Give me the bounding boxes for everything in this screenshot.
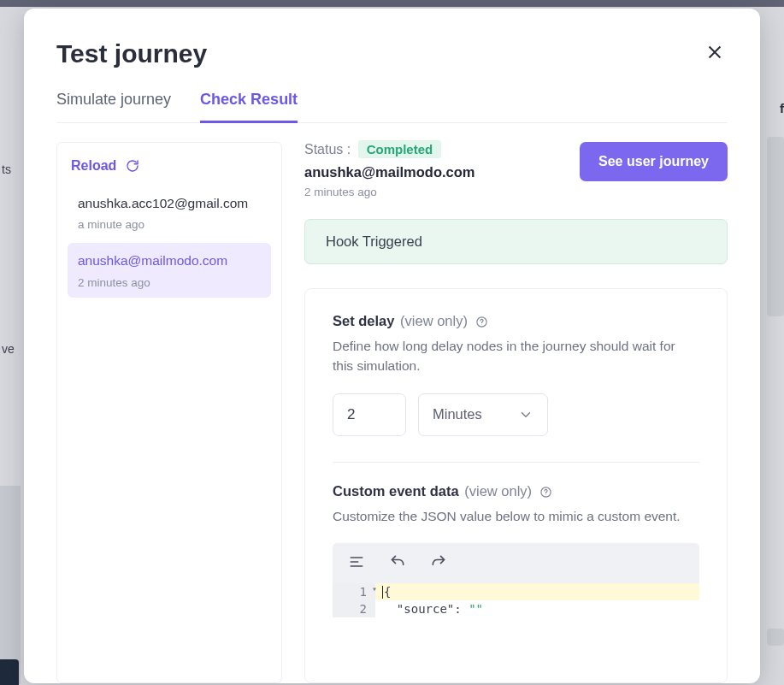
see-user-journey-button[interactable]: See user journey — [580, 142, 728, 181]
list-item-time: 2 minutes ago — [78, 276, 261, 289]
undo-button[interactable] — [386, 550, 410, 576]
editor-gutter: 1 2 — [333, 583, 375, 618]
svg-point-1 — [481, 324, 482, 325]
status-email: anushka@mailmodo.com — [304, 164, 475, 180]
tab-simulate-journey[interactable]: Simulate journey — [56, 91, 171, 122]
json-editor[interactable]: 1 2 { "source": "" — [333, 583, 699, 618]
bg-text-f: f — [780, 101, 784, 115]
list-item-time: a minute ago — [78, 218, 261, 231]
redo-button[interactable] — [427, 550, 451, 576]
custom-event-desc: Customize the JSON value below to mimic … — [333, 506, 699, 526]
bg-scrollbar-bottom — [767, 629, 784, 646]
custom-event-viewonly: (view only) — [464, 483, 532, 499]
set-delay-title: Set delay — [333, 313, 394, 328]
test-journey-modal: Test journey Simulate journey Check Resu… — [24, 9, 760, 683]
status-label: Status : — [304, 142, 351, 156]
delay-value-input[interactable] — [333, 393, 406, 436]
status-time: 2 minutes ago — [304, 186, 475, 198]
line-number: 2 — [333, 600, 375, 617]
set-delay-viewonly: (view only) — [400, 313, 468, 328]
close-icon — [705, 43, 724, 62]
tab-check-result[interactable]: Check Result — [200, 91, 298, 123]
result-sidebar: Reload anushka.acc102@gmail.com a minute… — [56, 142, 282, 683]
tabs: Simulate journey Check Result — [56, 91, 728, 123]
bg-text-ve: ve — [0, 342, 21, 361]
reload-icon — [125, 158, 140, 174]
delay-unit-select[interactable]: Minutes — [418, 393, 548, 436]
code-token: "" — [469, 602, 483, 616]
help-icon[interactable] — [539, 486, 552, 499]
reload-label: Reload — [71, 158, 116, 174]
reload-button[interactable]: Reload — [68, 158, 271, 182]
help-icon[interactable] — [475, 316, 488, 328]
redo-icon — [430, 553, 447, 570]
bg-text-ts: ts — [0, 162, 21, 181]
bg-scrollbar — [767, 137, 784, 316]
format-icon — [348, 553, 365, 570]
modal-title: Test journey — [56, 39, 207, 68]
status-badge: Completed — [358, 140, 442, 158]
code-token: { — [384, 585, 391, 599]
config-panel: Set delay (view only) Define how long de… — [304, 288, 728, 683]
custom-event-title: Custom event data — [333, 483, 459, 499]
delay-unit-label: Minutes — [433, 406, 482, 422]
list-item[interactable]: anushka.acc102@gmail.com a minute ago — [68, 186, 271, 239]
result-main: Status : Completed anushka@mailmodo.com … — [304, 142, 728, 683]
format-button[interactable] — [345, 550, 368, 576]
json-editor-toolbar — [333, 543, 699, 583]
undo-icon — [389, 553, 406, 570]
editor-lines: { "source": "" — [375, 583, 699, 618]
list-item[interactable]: anushka@mailmodo.com 2 minutes ago — [68, 243, 271, 297]
list-item-email: anushka@mailmodo.com — [78, 251, 261, 270]
chevron-down-icon — [518, 407, 533, 422]
code-token: "source" — [397, 602, 454, 616]
svg-point-3 — [545, 494, 546, 495]
list-item-email: anushka.acc102@gmail.com — [78, 194, 261, 213]
close-button[interactable] — [702, 39, 728, 68]
line-number: 1 — [333, 583, 375, 600]
hook-triggered-banner: Hook Triggered — [304, 219, 728, 264]
set-delay-desc: Define how long delay nodes in the journ… — [333, 336, 699, 376]
